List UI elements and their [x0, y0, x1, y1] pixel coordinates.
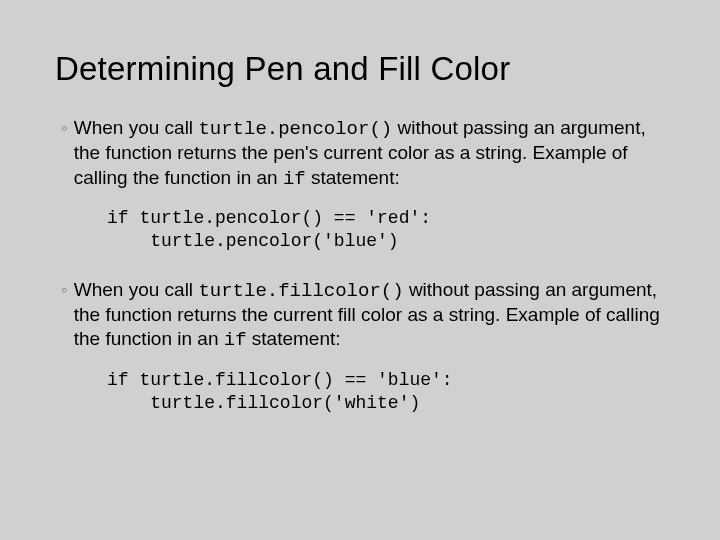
text-run: When you call [74, 279, 199, 300]
inline-code: if [283, 168, 306, 190]
bullet-symbol: ◦ [61, 116, 74, 191]
bullet-symbol: ◦ [61, 278, 74, 353]
code-block: if turtle.fillcolor() == 'blue': turtle.… [107, 369, 665, 416]
bullet-text: When you call turtle.fillcolor() without… [74, 278, 665, 353]
inline-code: turtle.pencolor() [198, 118, 392, 140]
bullet-text: When you call turtle.pencolor() without … [74, 116, 665, 191]
text-run: statement: [306, 167, 400, 188]
inline-code: if [224, 329, 247, 351]
bullet-item: ◦ When you call turtle.pencolor() withou… [61, 116, 665, 191]
code-block: if turtle.pencolor() == 'red': turtle.pe… [107, 207, 665, 254]
bullet-item: ◦ When you call turtle.fillcolor() witho… [61, 278, 665, 353]
text-run: When you call [74, 117, 199, 138]
inline-code: turtle.fillcolor() [198, 280, 403, 302]
slide-title: Determining Pen and Fill Color [55, 50, 665, 88]
text-run: statement: [247, 328, 341, 349]
